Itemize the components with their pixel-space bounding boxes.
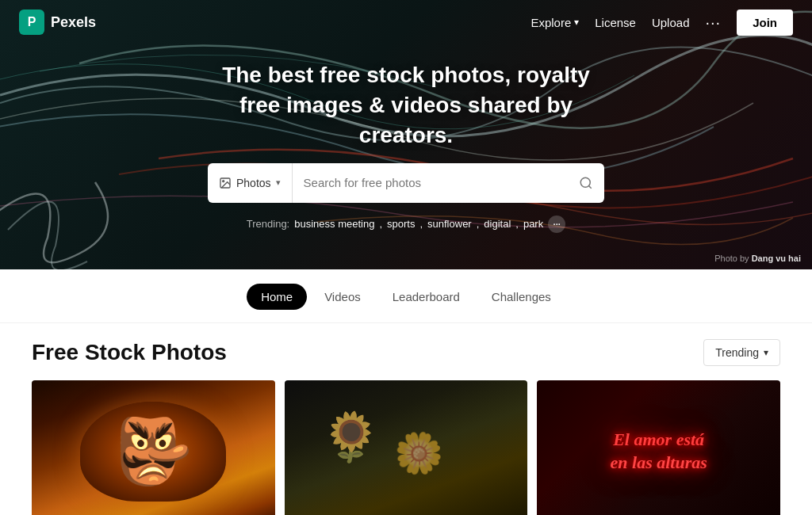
trending-label: Trending: [247,218,289,230]
tab-home[interactable]: Home [247,284,307,310]
trending-item-1[interactable]: sports [387,218,415,230]
tab-challenges[interactable]: Challenges [477,284,565,310]
tabs-section: Home Videos Leaderboard Challenges [0,269,812,323]
trending-row: Trending: business meeting, sports, sunf… [247,216,565,233]
upload-link[interactable]: Upload [652,16,690,29]
trending-item-0[interactable]: business meeting [294,218,374,230]
section-title: Free Stock Photos [32,340,227,365]
photo-credit: Photo by Dang vu hai [714,254,801,263]
content-section: Free Stock Photos Trending ▾ El amor est… [0,323,812,515]
search-type-label: Photos [236,177,271,189]
search-icon [579,176,593,190]
search-submit-button[interactable] [568,176,604,190]
trending-item-2[interactable]: sunflower [427,218,472,230]
more-menu-button[interactable]: ··· [705,13,721,32]
photo-card-2[interactable]: El amor está en las alturas [537,380,780,515]
sort-chevron-icon: ▾ [764,347,768,358]
image-icon [219,177,232,189]
search-type-button[interactable]: Photos ▾ [208,163,293,203]
license-link[interactable]: License [595,16,636,29]
trending-item-4[interactable]: park [523,218,543,230]
sort-dropdown-button[interactable]: Trending ▾ [703,339,780,366]
hero-title: The best free stock photos, royalty free… [216,60,596,150]
explore-link[interactable]: Explore [530,16,579,29]
photo-card-1[interactable] [285,380,528,515]
content-header: Free Stock Photos Trending ▾ [32,339,780,366]
nav-links: Explore License Upload ··· Join [530,10,793,36]
photo-card-0[interactable] [32,380,275,515]
trending-more-button[interactable]: ··· [548,216,565,233]
tab-leaderboard[interactable]: Leaderboard [378,284,474,310]
navbar: P Pexels Explore License Upload ··· Join [0,0,812,44]
brand-name: Pexels [51,14,96,31]
svg-point-2 [580,177,590,187]
svg-point-1 [223,180,224,181]
logo-icon: P [19,10,44,35]
search-input[interactable] [293,176,568,189]
hero-content: The best free stock photos, royalty free… [208,60,604,232]
trending-item-3[interactable]: digital [484,218,511,230]
logo-letter: P [28,15,36,29]
logo-link[interactable]: P Pexels [19,10,96,35]
search-bar: Photos ▾ [208,163,604,203]
join-button[interactable]: Join [737,10,793,36]
neon-text: El amor está en las alturas [611,429,707,474]
photo-grid: El amor está en las alturas [32,380,780,515]
photo-credit-author[interactable]: Dang vu hai [752,254,801,263]
tab-videos[interactable]: Videos [310,284,375,310]
sort-label: Trending [715,346,759,359]
svg-line-3 [588,185,591,188]
search-type-chevron: ▾ [276,177,281,188]
